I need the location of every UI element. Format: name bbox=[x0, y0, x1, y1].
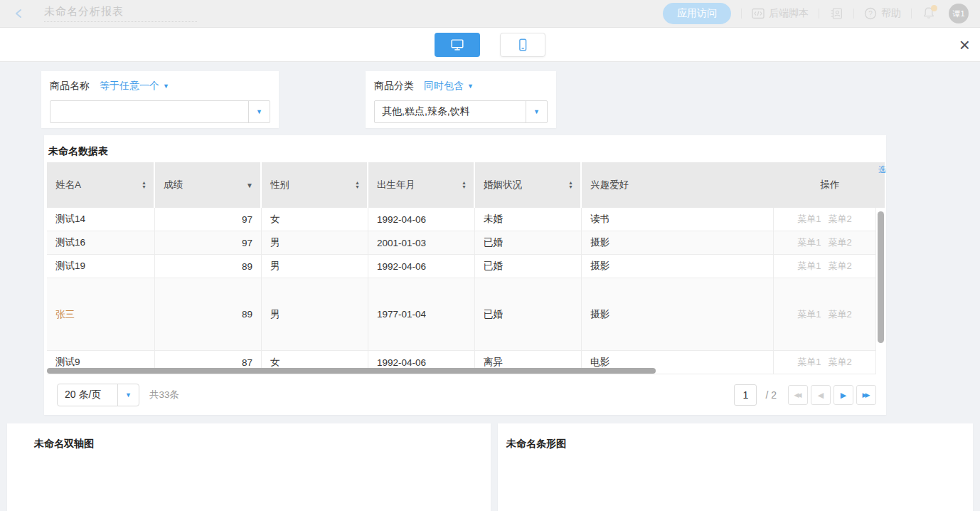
sort-desc-icon[interactable]: ▼ bbox=[246, 181, 253, 189]
row-action-link[interactable]: 菜单1 bbox=[797, 236, 821, 249]
horizontal-scrollbar[interactable] bbox=[47, 368, 656, 374]
close-preview-button[interactable]: × bbox=[959, 36, 970, 54]
chart-title: 未命名双轴图 bbox=[7, 423, 491, 451]
table-cell: 89 bbox=[155, 278, 262, 351]
data-table-card: 未命名数据表 姓名A▲▼成绩▼性别▲▼出生年月▲▼婚姻状况▲▼兴趣爱好操作 选择… bbox=[44, 135, 886, 415]
filter-value-select[interactable]: 其他,糕点,辣条,饮料 ▼ bbox=[374, 100, 548, 123]
filter-value bbox=[50, 101, 248, 122]
filter-operator-dropdown[interactable]: 等于任意一个 ▼ bbox=[100, 80, 169, 93]
sort-icon[interactable]: ▲▼ bbox=[355, 181, 360, 189]
table-cell: 摄影 bbox=[582, 278, 774, 351]
backend-script-label: 后端脚本 bbox=[769, 7, 809, 20]
select-arrow[interactable]: ▼ bbox=[526, 101, 547, 122]
column-label: 婚姻状况 bbox=[484, 179, 522, 191]
sort-icon[interactable]: ▲▼ bbox=[462, 181, 467, 189]
table-cell: 89 bbox=[155, 255, 262, 278]
help-button[interactable]: ? 帮助 bbox=[864, 7, 901, 20]
header-divider bbox=[853, 9, 854, 19]
drill-link[interactable]: 张三 bbox=[55, 308, 75, 321]
column-header-5: 兴趣爱好 bbox=[582, 162, 774, 208]
row-action-link[interactable]: 菜单1 bbox=[797, 308, 821, 321]
table-row: 测试1697男2001-01-03已婚摄影菜单1菜单2 bbox=[47, 231, 876, 255]
page-number-input[interactable] bbox=[734, 384, 757, 406]
mobile-preview-button[interactable] bbox=[500, 33, 545, 57]
backend-script-button[interactable]: 后端脚本 bbox=[752, 7, 809, 20]
table-cell: 未婚 bbox=[475, 208, 582, 231]
help-label: 帮助 bbox=[881, 7, 901, 20]
filter-operator-dropdown[interactable]: 同时包含 ▼ bbox=[424, 80, 474, 93]
row-action-link[interactable]: 菜单1 bbox=[797, 356, 821, 369]
bar-chart-card: 未命名条形图 bbox=[498, 423, 973, 511]
notifications-button[interactable] bbox=[922, 6, 937, 21]
caret-down-icon: ▼ bbox=[256, 109, 262, 115]
column-header-2[interactable]: 性别▲▼ bbox=[262, 162, 367, 208]
filter-value-select[interactable]: ▼ bbox=[50, 100, 270, 123]
clipped-column-settings[interactable]: 选择 bbox=[878, 164, 886, 176]
table-cell: 97 bbox=[155, 231, 262, 255]
caret-down-icon: ▼ bbox=[467, 83, 474, 90]
actions-cell: 菜单1菜单2 bbox=[774, 351, 876, 374]
app-access-button[interactable]: 应用访问 bbox=[663, 3, 731, 24]
caret-down-icon: ▼ bbox=[163, 83, 169, 90]
sort-icon[interactable]: ▲▼ bbox=[568, 181, 573, 189]
column-label: 操作 bbox=[821, 179, 840, 191]
header-corner-dash bbox=[875, 159, 884, 161]
column-header-0[interactable]: 姓名A▲▼ bbox=[47, 162, 154, 208]
row-action-link[interactable]: 菜单2 bbox=[829, 236, 852, 249]
user-avatar[interactable]: 谭1 bbox=[949, 4, 969, 23]
actions-cell: 菜单1菜单2 bbox=[774, 278, 876, 351]
select-arrow[interactable]: ▼ bbox=[117, 384, 139, 406]
notification-badge bbox=[931, 5, 937, 11]
first-page-button[interactable]: ◀◀ bbox=[788, 385, 808, 405]
table-cell: 女 bbox=[262, 208, 368, 231]
table-title: 未命名数据表 bbox=[48, 145, 108, 158]
prev-page-button[interactable]: ◀ bbox=[811, 385, 831, 405]
column-header-3[interactable]: 出生年月▲▼ bbox=[368, 162, 474, 208]
column-label: 成绩 bbox=[164, 179, 183, 191]
contacts-button[interactable] bbox=[829, 6, 843, 21]
row-action-link[interactable]: 菜单2 bbox=[829, 260, 852, 273]
code-icon bbox=[752, 8, 765, 19]
filter-value: 其他,糕点,辣条,饮料 bbox=[375, 101, 526, 122]
row-action-link[interactable]: 菜单2 bbox=[829, 356, 852, 369]
table-cell: 读书 bbox=[582, 208, 774, 231]
table-cell: 测试19 bbox=[47, 255, 155, 278]
desktop-preview-button[interactable] bbox=[435, 33, 480, 57]
row-action-link[interactable]: 菜单1 bbox=[797, 260, 821, 273]
actions-cell: 菜单1菜单2 bbox=[774, 255, 876, 278]
report-title[interactable]: 未命名分析报表 bbox=[44, 5, 197, 22]
vertical-scrollbar[interactable] bbox=[878, 211, 884, 343]
back-button[interactable] bbox=[11, 6, 27, 21]
page-size-select[interactable]: 20 条/页 ▼ bbox=[57, 384, 139, 406]
mobile-icon bbox=[515, 37, 531, 53]
header-divider bbox=[819, 9, 819, 19]
table-cell: 男 bbox=[262, 231, 368, 255]
page-size-value: 20 条/页 bbox=[58, 384, 117, 406]
table-cell: 1977-01-04 bbox=[368, 278, 475, 351]
filter-label: 商品分类 bbox=[374, 80, 414, 93]
column-header-1[interactable]: 成绩▼ bbox=[155, 162, 260, 208]
filter-operator-label: 等于任意一个 bbox=[100, 80, 159, 93]
table-cell: 1992-04-06 bbox=[368, 255, 475, 278]
last-page-icon: ▶▶ bbox=[863, 392, 870, 399]
column-label: 兴趣爱好 bbox=[590, 179, 629, 191]
row-action-link[interactable]: 菜单1 bbox=[797, 213, 821, 226]
chart-title: 未命名条形图 bbox=[498, 423, 973, 451]
table-cell: 测试14 bbox=[47, 208, 155, 231]
back-chevron-icon bbox=[14, 8, 25, 19]
row-action-link[interactable]: 菜单2 bbox=[829, 308, 852, 321]
last-page-button[interactable]: ▶▶ bbox=[856, 385, 876, 405]
table-cell: 已婚 bbox=[475, 231, 582, 255]
select-arrow[interactable]: ▼ bbox=[248, 101, 270, 122]
table-cell: 男 bbox=[262, 255, 368, 278]
filter-card-product-name: 商品名称 等于任意一个 ▼ ▼ bbox=[41, 71, 279, 128]
next-page-button[interactable]: ▶ bbox=[833, 385, 853, 405]
sort-icon[interactable]: ▲▼ bbox=[142, 181, 147, 189]
column-header-4[interactable]: 婚姻状况▲▼ bbox=[475, 162, 580, 208]
filter-label: 商品名称 bbox=[50, 80, 90, 93]
pagination-bar: 20 条/页 ▼ 共33条 / 2 ◀◀ ◀ ▶ ▶▶ bbox=[47, 375, 886, 415]
table-row: 测试1497女1992-04-06未婚读书菜单1菜单2 bbox=[47, 208, 876, 231]
table-cell: 已婚 bbox=[475, 255, 582, 278]
row-action-link[interactable]: 菜单2 bbox=[829, 213, 852, 226]
prev-page-icon: ◀ bbox=[818, 391, 824, 399]
